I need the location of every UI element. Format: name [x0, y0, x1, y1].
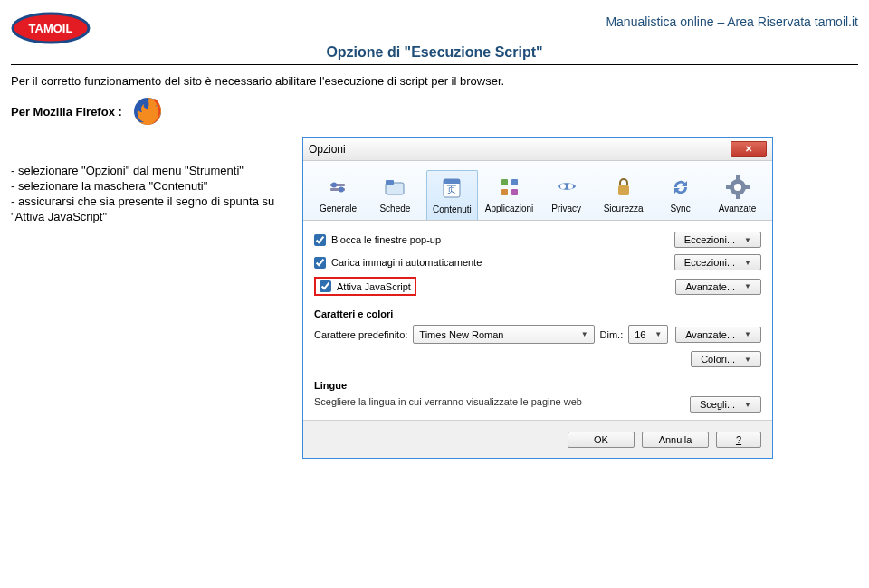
tab-label: Contenuti: [433, 204, 472, 214]
tab-label: Schede: [379, 204, 410, 213]
tab-avanzate[interactable]: Avanzate: [711, 170, 763, 220]
firefox-icon: [131, 95, 164, 128]
svg-rect-10: [444, 179, 460, 184]
btn-label: Eccezioni...: [684, 234, 735, 245]
popup-exceptions-button[interactable]: Eccezioni...▼: [674, 232, 761, 248]
languages-section-heading: Lingue: [314, 380, 761, 391]
popup-label: Blocca le finestre pop-up: [331, 234, 441, 245]
tab-label: Sicurezza: [604, 204, 644, 213]
sync-icon: [667, 174, 694, 201]
tab-schede[interactable]: Schede: [369, 170, 421, 220]
divider: [11, 64, 858, 65]
firefox-options-dialog: Opzioni ✕ Generale Schede 页 Contenuti Ap…: [302, 137, 773, 459]
chevron-down-icon: ▼: [744, 401, 751, 409]
svg-text:TAMOIL: TAMOIL: [29, 22, 73, 35]
javascript-checkbox-row[interactable]: Attiva JavaScript: [314, 277, 416, 296]
javascript-advanced-button[interactable]: Avanzate...▼: [675, 279, 761, 295]
lock-icon: [610, 174, 637, 201]
tab-privacy[interactable]: Privacy: [540, 170, 592, 220]
content-icon: 页: [438, 175, 465, 202]
tamoil-logo: TAMOIL: [11, 9, 91, 50]
tab-label: Avanzate: [719, 204, 757, 213]
instruction-2: - selezionare la maschera "Contenuti": [11, 179, 291, 194]
chevron-down-icon: ▼: [744, 259, 751, 267]
svg-rect-15: [511, 189, 518, 195]
tab-label: Applicazioni: [485, 204, 533, 213]
svg-rect-12: [501, 179, 508, 185]
dim-label: Dim.:: [600, 329, 624, 340]
page-title: Opzione di "Esecuzione Script": [0, 44, 869, 61]
svg-rect-18: [618, 185, 629, 195]
intro-text: Per il corretto funzionamento del sito è…: [0, 74, 869, 88]
instruction-1: - selezionare "Opzioni" dal menu "Strume…: [11, 164, 291, 179]
firefox-label: Per Mozilla Firefox :: [11, 105, 122, 119]
chevron-down-icon: ▼: [744, 356, 751, 364]
btn-label: ?: [736, 434, 741, 445]
instructions-list: - selezionare "Opzioni" dal menu "Strume…: [11, 137, 291, 459]
close-button[interactable]: ✕: [731, 141, 767, 157]
gear-icon: [724, 174, 751, 201]
btn-label: Avanzate...: [685, 329, 735, 340]
fonts-section-heading: Caratteri e colori: [314, 308, 761, 319]
btn-label: Eccezioni...: [684, 257, 735, 268]
privacy-icon: [553, 174, 580, 201]
tab-contenuti[interactable]: 页 Contenuti: [426, 170, 478, 220]
languages-choose-button[interactable]: Scegli...▼: [690, 396, 761, 413]
svg-rect-21: [736, 175, 740, 180]
dialog-footer: OK Annulla ?: [303, 420, 772, 458]
tab-label: Sync: [670, 204, 690, 213]
font-value: Times New Roman: [419, 329, 503, 340]
javascript-checkbox[interactable]: [320, 280, 331, 292]
svg-point-17: [568, 184, 573, 189]
svg-point-6: [339, 187, 344, 193]
dialog-tabs: Generale Schede 页 Contenuti Applicazioni…: [303, 161, 772, 221]
help-button[interactable]: ?: [716, 432, 761, 448]
default-font-select[interactable]: Times New Roman ▼: [413, 325, 594, 344]
btn-label: Avanzate...: [685, 281, 735, 292]
svg-rect-14: [501, 189, 508, 195]
svg-text:页: 页: [447, 185, 456, 194]
dim-value: 16: [635, 329, 645, 340]
btn-label: Colori...: [701, 354, 735, 365]
tab-generale[interactable]: Generale: [312, 170, 364, 220]
chevron-down-icon: ▼: [654, 330, 662, 338]
chevron-down-icon: ▼: [744, 236, 751, 244]
ok-button[interactable]: OK: [568, 432, 635, 448]
btn-label: OK: [594, 434, 608, 445]
svg-point-16: [560, 184, 566, 189]
font-size-select[interactable]: 16 ▼: [628, 325, 668, 344]
dialog-titlebar: Opzioni ✕: [303, 138, 772, 161]
popup-checkbox-row[interactable]: Blocca le finestre pop-up: [314, 234, 441, 246]
cancel-button[interactable]: Annulla: [642, 432, 709, 448]
colors-button[interactable]: Colori...▼: [691, 351, 761, 367]
popup-checkbox[interactable]: [314, 234, 326, 246]
svg-rect-24: [745, 185, 750, 189]
fonts-advanced-button[interactable]: Avanzate...▼: [675, 327, 761, 343]
images-checkbox[interactable]: [314, 257, 326, 269]
chevron-down-icon: ▼: [581, 330, 588, 338]
svg-rect-13: [511, 179, 518, 185]
tab-sync[interactable]: Sync: [654, 170, 706, 220]
default-font-label: Carattere predefinito:: [314, 329, 407, 340]
chevron-down-icon: ▼: [744, 282, 751, 290]
svg-rect-22: [736, 194, 740, 199]
dialog-title: Opzioni: [309, 143, 346, 156]
chevron-down-icon: ▼: [744, 330, 751, 338]
btn-label: Scegli...: [700, 399, 735, 410]
header-right-text: Manualistica online – Area Riservata tam…: [606, 9, 858, 29]
images-checkbox-row[interactable]: Carica immagini automaticamente: [314, 257, 482, 269]
instruction-4: "Attiva JavaScript": [11, 210, 291, 225]
svg-rect-23: [726, 185, 731, 189]
images-label: Carica immagini automaticamente: [331, 257, 482, 268]
tabs-icon: [381, 174, 408, 201]
instruction-3: - assicurarsi che sia presente il segno …: [11, 194, 291, 210]
tab-sicurezza[interactable]: Sicurezza: [597, 170, 649, 220]
tab-label: Privacy: [551, 204, 581, 213]
tab-applicazioni[interactable]: Applicazioni: [483, 170, 535, 220]
languages-description: Scegliere la lingua in cui verranno visu…: [314, 396, 582, 407]
svg-point-5: [331, 183, 337, 188]
images-exceptions-button[interactable]: Eccezioni...▼: [674, 254, 761, 270]
svg-rect-8: [386, 180, 394, 185]
settings-icon: [324, 174, 351, 201]
tab-label: Generale: [320, 204, 357, 213]
